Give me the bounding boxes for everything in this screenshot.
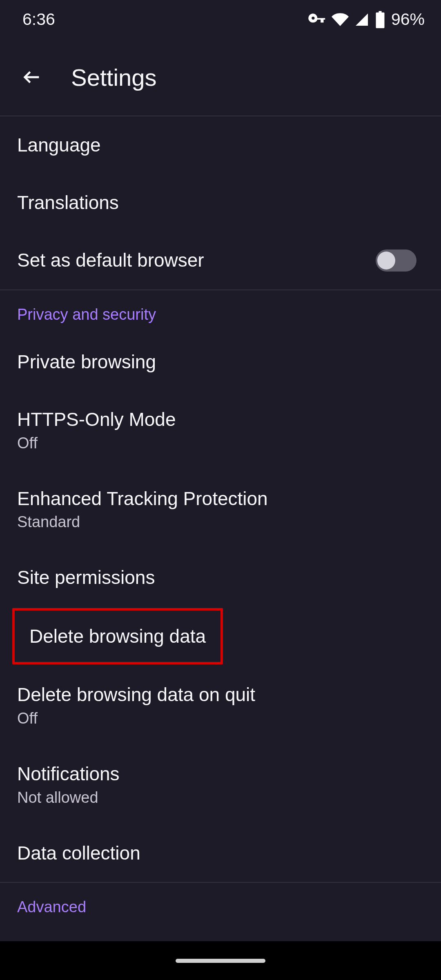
item-label: Language (17, 134, 101, 156)
system-nav-bar (0, 941, 441, 980)
statusbar: 6:36 96% (0, 0, 441, 39)
settings-list: Language Translations Set as default bro… (0, 116, 441, 941)
vpn-key-icon (308, 11, 326, 29)
item-subtitle: Standard (17, 513, 268, 531)
highlight-outline: Delete browsing data (12, 608, 223, 664)
item-label: Enhanced Tracking Protection (17, 488, 268, 510)
item-private-browsing[interactable]: Private browsing (0, 333, 441, 391)
item-notifications[interactable]: Notifications Not allowed (0, 745, 441, 824)
home-gesture-pill[interactable] (176, 959, 265, 963)
cell-signal-icon (354, 12, 369, 27)
item-data-collection[interactable]: Data collection (0, 824, 441, 882)
item-site-permissions[interactable]: Site permissions (0, 549, 441, 606)
arrow-left-icon (21, 67, 42, 88)
item-subtitle: Off (17, 434, 176, 452)
battery-icon (375, 11, 385, 28)
item-label: Site permissions (17, 567, 155, 588)
item-label: Private browsing (17, 351, 156, 373)
item-https-only[interactable]: HTTPS-Only Mode Off (0, 391, 441, 470)
item-subtitle: Off (17, 710, 255, 727)
item-label: Translations (17, 192, 119, 214)
item-subtitle: Not allowed (17, 789, 120, 806)
item-default-browser[interactable]: Set as default browser (0, 232, 441, 290)
item-label: HTTPS-Only Mode (17, 409, 176, 430)
battery-percent: 96% (391, 10, 425, 29)
wifi-icon (332, 11, 349, 28)
item-enhanced-tracking-protection[interactable]: Enhanced Tracking Protection Standard (0, 470, 441, 549)
item-label: Set as default browser (17, 249, 204, 271)
item-language[interactable]: Language (0, 116, 441, 174)
item-label: Notifications (17, 763, 120, 785)
status-icons: 96% (308, 10, 425, 29)
appbar: Settings (0, 39, 441, 116)
section-advanced: Advanced (0, 882, 441, 926)
item-label: Data collection (17, 842, 140, 864)
item-label: Delete browsing data (29, 626, 206, 647)
back-button[interactable] (16, 61, 48, 94)
section-privacy-security: Privacy and security (0, 290, 441, 333)
default-browser-toggle[interactable] (376, 249, 416, 272)
page-title: Settings (71, 64, 157, 91)
item-delete-browsing-data[interactable]: Delete browsing data (0, 606, 441, 666)
status-time: 6:36 (22, 10, 55, 29)
item-label: Delete browsing data on quit (17, 684, 255, 706)
item-delete-browsing-data-on-quit[interactable]: Delete browsing data on quit Off (0, 666, 441, 745)
item-translations[interactable]: Translations (0, 174, 441, 232)
toggle-knob (377, 252, 395, 270)
